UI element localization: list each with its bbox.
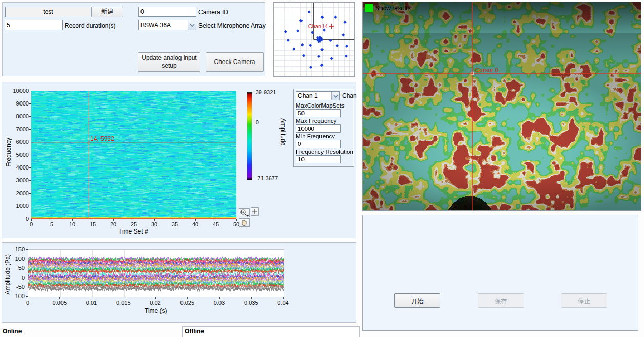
mic-array-label: Select Microphone Array	[198, 22, 266, 29]
waveform-xlabel: Time (s)	[145, 307, 167, 314]
axis-tick-label: 0.01	[83, 300, 101, 306]
offline-status-panel: Offline	[182, 326, 360, 337]
frequency-resolution-input[interactable]	[296, 155, 341, 163]
mic-point	[320, 64, 323, 67]
update-analog-input-button[interactable]: Update analog input setup	[138, 52, 200, 72]
mic-array-select[interactable]: BSWA 36A	[138, 20, 196, 30]
axis-tick-label: 100	[5, 256, 25, 262]
mic-point	[343, 20, 346, 24]
max-frequency-input[interactable]	[296, 124, 341, 133]
mic-point	[334, 16, 337, 19]
check-camera-button[interactable]: Check Camera	[206, 52, 264, 72]
axis-tick-mark	[236, 219, 237, 221]
axis-tick-mark	[251, 297, 252, 299]
axis-tick-label: 0	[25, 221, 38, 227]
offline-status-label: Offline	[185, 328, 204, 335]
axis-tick-mark	[29, 155, 31, 155]
mic-point	[330, 57, 333, 60]
mic-point	[302, 54, 305, 57]
max-colormap-input[interactable]	[296, 109, 341, 117]
axis-tick-label: 0.035	[242, 300, 260, 306]
axis-tick-label: 0.025	[178, 300, 196, 306]
axis-tick-mark	[29, 142, 31, 142]
colorbar-zero-label: -0	[254, 119, 259, 125]
update-analog-line2: setup	[162, 62, 176, 69]
axis-tick-mark	[195, 219, 196, 221]
mic-cursor-label[interactable]: Chan14	[308, 23, 328, 29]
waveform-canvas[interactable]	[28, 249, 284, 297]
axis-tick-mark	[29, 129, 31, 130]
zoom-tool-button[interactable]	[239, 208, 250, 217]
new-session-button[interactable]: 新建	[91, 7, 123, 17]
axis-tick-mark	[29, 180, 31, 181]
save-button[interactable]: 保存	[478, 293, 524, 308]
online-status-label: Online	[3, 328, 22, 335]
show-results-indicator[interactable]	[365, 4, 373, 12]
cursor-tool-button[interactable]	[251, 207, 259, 216]
min-frequency-input[interactable]	[296, 140, 341, 148]
axis-tick-label: 15	[86, 221, 99, 227]
axis-tick-label: 0	[18, 300, 37, 306]
max-colormap-label: MaxColorMapSets	[296, 102, 353, 109]
spectrogram-xlabel: Time Set #	[118, 228, 148, 235]
show-results-label: Show results	[375, 5, 411, 12]
camera-id-input[interactable]	[138, 7, 196, 17]
mic-point	[287, 39, 290, 42]
amplitude-colorbar	[247, 92, 252, 180]
axis-tick-label: -100	[5, 293, 25, 299]
chevron-down-icon[interactable]	[188, 20, 196, 30]
session-name-field[interactable]: test	[5, 7, 91, 17]
axis-tick-label: 0.03	[210, 300, 229, 306]
axis-tick-label: 0.02	[146, 300, 165, 306]
axis-tick-mark	[113, 219, 114, 221]
mic-point	[320, 48, 324, 51]
axis-tick-label: 3000	[9, 177, 29, 183]
mic-array-plot[interactable]: Chan14	[273, 2, 355, 77]
mic-point	[336, 44, 339, 47]
axis-tick-mark	[93, 219, 93, 221]
axis-tick-mark	[134, 219, 134, 221]
mic-array-scatter: Chan14	[274, 3, 354, 76]
mic-array-value: BSWA 36A	[140, 22, 171, 29]
axis-tick-mark	[154, 219, 155, 221]
camera-cursor-label[interactable]: Cursor 0	[475, 67, 498, 74]
record-duration-input[interactable]	[5, 20, 63, 30]
axis-tick-mark	[29, 167, 31, 168]
axis-tick-mark	[283, 297, 284, 299]
axis-tick-label: 2000	[9, 190, 29, 196]
mic-point	[292, 48, 295, 51]
min-frequency-label: Min Frequency	[296, 133, 353, 139]
axis-tick-mark	[29, 206, 31, 206]
mic-point	[345, 45, 348, 48]
spectrogram-canvas[interactable]	[31, 91, 236, 219]
channel-select[interactable]: Chan 1	[296, 91, 340, 100]
axis-tick-mark	[175, 219, 175, 221]
mic-point	[299, 19, 303, 22]
stop-button[interactable]: 停止	[561, 293, 607, 308]
axis-tick-label: 30	[148, 221, 161, 227]
mic-point	[341, 33, 345, 36]
axis-tick-mark	[26, 268, 28, 268]
axis-tick-label: 10000	[9, 88, 29, 94]
axis-tick-mark	[72, 219, 73, 221]
axis-tick-mark	[31, 219, 32, 221]
mic-point	[309, 44, 312, 47]
axis-tick-mark	[26, 296, 28, 297]
axis-tick-label: 50	[5, 265, 25, 271]
axis-tick-label: 4000	[9, 164, 29, 171]
processing-controls-cluster: Chan 1 Chan MaxColorMapSets Max Frequenc…	[293, 89, 354, 167]
axis-tick-mark	[219, 297, 220, 299]
camera-result-view[interactable]: Show results Cursor 0	[362, 2, 641, 211]
beamform-overlay-canvas[interactable]	[363, 2, 641, 210]
colorbar-min-label: --71.3677	[254, 175, 278, 181]
axis-tick-label: 150	[5, 246, 25, 252]
axis-tick-label: 9000	[9, 100, 29, 107]
start-button[interactable]: 开始	[394, 293, 440, 308]
axis-tick-mark	[26, 287, 28, 287]
action-panel: 开始 保存 停止	[362, 215, 638, 331]
chevron-down-icon[interactable]	[331, 92, 339, 100]
axis-tick-mark	[29, 91, 31, 91]
axis-tick-mark	[26, 259, 28, 259]
frequency-resolution-label: Frequency Resolution	[296, 149, 353, 155]
spectrogram-cursor-readout[interactable]: 14, 5932	[90, 135, 114, 142]
